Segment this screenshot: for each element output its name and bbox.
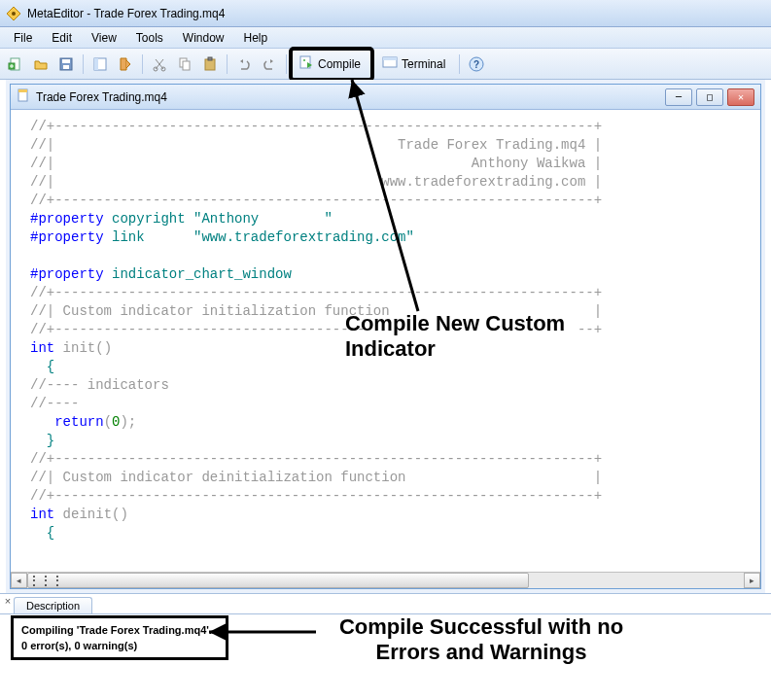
- svg-rect-14: [208, 57, 212, 60]
- svg-rect-6: [63, 65, 69, 69]
- compile-button[interactable]: Compile: [292, 50, 371, 79]
- svg-rect-13: [205, 59, 215, 70]
- save-button[interactable]: [54, 52, 78, 76]
- copy-button[interactable]: [173, 52, 196, 76]
- tab-description[interactable]: Description: [14, 597, 92, 613]
- scroll-track[interactable]: ⋮⋮⋮: [27, 573, 744, 588]
- svg-rect-8: [94, 58, 98, 70]
- redo-button[interactable]: [258, 52, 281, 76]
- undo-button[interactable]: [232, 52, 256, 76]
- svg-rect-5: [62, 59, 70, 63]
- svg-rect-12: [183, 61, 190, 70]
- document-icon: [17, 88, 30, 105]
- code-editor[interactable]: //+-------------------------------------…: [11, 110, 760, 572]
- document-titlebar[interactable]: Trade Forex Trading.mq4 ─ □ ✕: [11, 85, 760, 110]
- compile-icon: [298, 54, 314, 73]
- cut-button[interactable]: [148, 52, 171, 76]
- svg-text:?: ?: [473, 59, 479, 70]
- menu-view[interactable]: View: [82, 29, 126, 47]
- scroll-left-arrow[interactable]: ◂: [11, 573, 27, 588]
- terminal-label: Terminal: [402, 57, 445, 71]
- panel-tabstrip: Description: [14, 594, 92, 613]
- scroll-right-arrow[interactable]: ▸: [744, 573, 760, 588]
- maximize-button[interactable]: □: [696, 88, 723, 106]
- minimize-button[interactable]: ─: [665, 88, 692, 106]
- document-window: Trade Forex Trading.mq4 ─ □ ✕ //+-------…: [10, 84, 761, 589]
- navigator-button[interactable]: [88, 52, 112, 76]
- svg-rect-22: [18, 89, 27, 92]
- menu-help[interactable]: Help: [234, 29, 278, 47]
- workspace: Trade Forex Trading.mq4 ─ □ ✕ //+-------…: [6, 80, 765, 593]
- app-title: MetaEditor - Trade Forex Trading.mq4: [27, 7, 225, 20]
- panel-close-icon[interactable]: ×: [2, 596, 14, 608]
- compile-result-box: Compiling 'Trade Forex Trading.mq4'... 0…: [14, 618, 226, 657]
- terminal-button[interactable]: Terminal: [373, 52, 454, 76]
- menubar: File Edit View Tools Window Help: [0, 27, 771, 49]
- document-title: Trade Forex Trading.mq4: [36, 90, 659, 104]
- svg-point-1: [12, 12, 16, 16]
- horizontal-scrollbar[interactable]: ◂ ⋮⋮⋮ ▸: [11, 572, 760, 588]
- scroll-thumb[interactable]: ⋮⋮⋮: [27, 573, 529, 588]
- titlebar: MetaEditor - Trade Forex Trading.mq4: [0, 0, 771, 27]
- menu-window[interactable]: Window: [173, 29, 234, 47]
- new-file-button[interactable]: [4, 52, 27, 76]
- terminal-icon: [382, 54, 398, 73]
- open-file-button[interactable]: [29, 52, 53, 76]
- svg-point-16: [303, 59, 305, 61]
- close-button[interactable]: ✕: [727, 88, 754, 106]
- toolbox-button[interactable]: [114, 52, 137, 76]
- toolbar: Compile Terminal ?: [0, 49, 771, 80]
- panel-body: Compiling 'Trade Forex Trading.mq4'... 0…: [0, 613, 771, 700]
- help-button[interactable]: ?: [465, 52, 488, 76]
- menu-file[interactable]: File: [4, 29, 42, 47]
- compile-label: Compile: [318, 57, 361, 71]
- paste-button[interactable]: [198, 52, 222, 76]
- menu-edit[interactable]: Edit: [42, 29, 82, 47]
- compile-errors-line: 0 error(s), 0 warning(s): [21, 638, 218, 653]
- menu-tools[interactable]: Tools: [126, 29, 173, 47]
- bottom-panel: × Description Compiling 'Trade Forex Tra…: [0, 593, 771, 700]
- app-icon: [6, 6, 21, 21]
- compile-status-line: Compiling 'Trade Forex Trading.mq4'...: [21, 622, 218, 638]
- svg-rect-18: [383, 57, 397, 60]
